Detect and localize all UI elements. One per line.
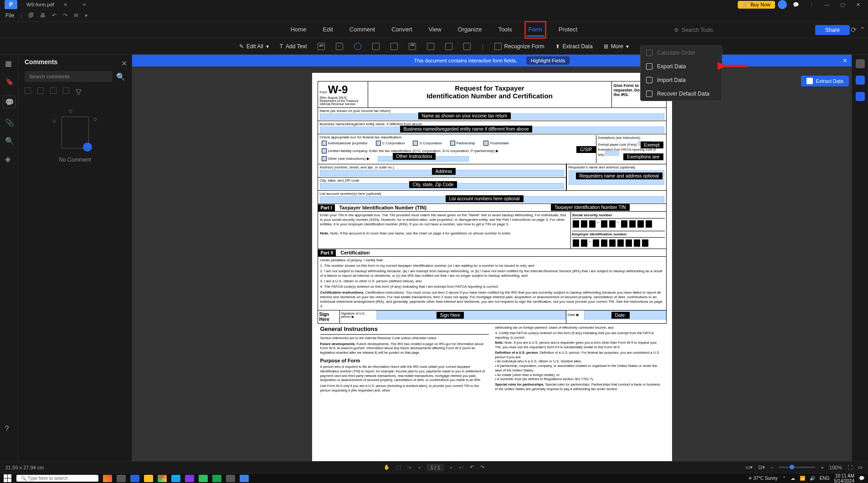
taskbar-taskview[interactable]: [117, 475, 126, 482]
button-tool[interactable]: OK: [409, 43, 416, 50]
zoom-in-icon[interactable]: +: [821, 465, 823, 470]
extract-data-float-button[interactable]: Extract Data: [801, 76, 849, 86]
redo-icon[interactable]: ↷: [63, 12, 67, 19]
cb-ccorp[interactable]: [376, 141, 381, 146]
ein-box[interactable]: [601, 239, 608, 247]
ssn-box[interactable]: [609, 220, 616, 228]
ein-box[interactable]: [617, 239, 624, 247]
save-icon[interactable]: 🗐: [28, 12, 34, 19]
dropdown-icon[interactable]: ▾: [85, 12, 87, 19]
tab-comment[interactable]: Comment: [348, 23, 377, 36]
layers-icon[interactable]: ◈: [5, 155, 13, 163]
tab-view[interactable]: View: [427, 23, 443, 36]
combo-tool[interactable]: [372, 43, 380, 50]
date-tool[interactable]: [463, 43, 471, 50]
mail-icon[interactable]: ✉: [74, 12, 78, 19]
kebab-menu-icon[interactable]: ⋮: [805, 0, 818, 9]
ssn-box[interactable]: [645, 220, 652, 228]
taskbar-premiere[interactable]: [185, 475, 194, 482]
undo-icon[interactable]: ↶: [52, 12, 56, 19]
right-tool-1[interactable]: [856, 59, 865, 68]
taskbar-app3[interactable]: [212, 475, 221, 482]
tab-protect[interactable]: Protect: [557, 23, 579, 36]
highlight-fields-button[interactable]: Highlight Fields: [526, 56, 570, 65]
search-tools[interactable]: ⚙Search Tools: [674, 27, 713, 33]
thumbnails-icon[interactable]: ▦: [5, 59, 13, 67]
text-field-tool[interactable]: ab: [318, 43, 325, 50]
taskbar-app[interactable]: [103, 475, 112, 482]
close-panel-icon[interactable]: ✕: [121, 59, 127, 68]
tray-lang[interactable]: ENG: [820, 476, 830, 481]
collapse-icon[interactable]: ⌃: [859, 25, 865, 34]
ein-box[interactable]: [633, 239, 641, 247]
recognize-form-button[interactable]: Recognize Form: [494, 43, 544, 50]
filter-icon-2[interactable]: [37, 87, 44, 94]
view-mode-icon[interactable]: ▭▾: [745, 464, 753, 470]
first-page-icon[interactable]: |◂: [407, 464, 411, 470]
select-tool-icon[interactable]: ⬚: [396, 464, 401, 470]
next-page-icon[interactable]: ▸: [450, 464, 453, 470]
tray-chevron[interactable]: ⌃: [782, 476, 786, 481]
comments-search[interactable]: Search comments: [25, 71, 113, 82]
taskbar-app2[interactable]: [199, 475, 208, 482]
taskbar-pdfelement[interactable]: [240, 475, 249, 482]
ein-box[interactable]: [625, 239, 632, 247]
extract-data-button[interactable]: ⬆Extract Data: [555, 43, 593, 50]
tab-home[interactable]: Home: [289, 23, 308, 36]
tray-notifications-icon[interactable]: 💬: [859, 476, 864, 481]
close-button[interactable]: ✕: [852, 0, 864, 9]
document-tab[interactable]: W9-form.pdf ✕: [21, 0, 76, 9]
attachments-icon[interactable]: 📎: [5, 118, 13, 127]
buy-now-button[interactable]: 🛒Buy Now: [738, 1, 775, 9]
tab-convert[interactable]: Convert: [390, 23, 414, 36]
ssn-box[interactable]: [572, 220, 580, 228]
filter-icon-1[interactable]: [25, 87, 31, 94]
tray-cloud-icon[interactable]: ☁: [791, 476, 795, 481]
edit-all-button[interactable]: ✎Edit All▾: [239, 43, 269, 50]
last-page-icon[interactable]: ▸|: [459, 464, 463, 470]
fullscreen-icon[interactable]: ⛶: [847, 465, 853, 470]
ssn-box[interactable]: [601, 220, 608, 228]
filter-icon-3[interactable]: [50, 87, 56, 94]
right-tool-3[interactable]: [856, 92, 865, 101]
print-icon[interactable]: 🖶: [40, 12, 46, 19]
ein-box[interactable]: [642, 239, 649, 247]
zoom-value[interactable]: 100%: [829, 465, 842, 470]
current-page[interactable]: 1: [431, 465, 433, 470]
cb-partner[interactable]: [450, 141, 455, 146]
image-tool[interactable]: [427, 43, 434, 50]
filter-icon-5[interactable]: ▽: [76, 87, 82, 94]
tray-clock[interactable]: 10:11 AM5/14/2024: [834, 473, 855, 483]
signature-field[interactable]: [376, 310, 566, 320]
maximize-button[interactable]: ▢: [836, 0, 849, 9]
taskbar-skype[interactable]: [171, 475, 180, 482]
minimize-button[interactable]: —: [821, 0, 833, 9]
tab-close-icon[interactable]: ✕: [63, 2, 67, 8]
filter-icon-4[interactable]: [63, 87, 69, 94]
comments-icon[interactable]: 💬: [3, 96, 15, 108]
tab-organize[interactable]: Organize: [456, 23, 484, 36]
zoom-slider[interactable]: [779, 467, 815, 468]
taskbar-word[interactable]: [130, 475, 139, 482]
cb-trust[interactable]: [483, 141, 488, 146]
zoom-thumb[interactable]: [790, 465, 794, 469]
weather-widget[interactable]: ☀ 37°C Sunny: [748, 476, 778, 481]
tab-tools[interactable]: Tools: [496, 23, 514, 36]
taskbar-app4[interactable]: [226, 475, 235, 482]
zoom-out-icon[interactable]: −: [770, 465, 773, 470]
ssn-box[interactable]: [589, 220, 596, 228]
cb-individual[interactable]: [322, 141, 327, 146]
more-button[interactable]: ⊞More▾: [604, 43, 629, 50]
messages-icon[interactable]: 💬: [790, 0, 802, 9]
menu-export-data[interactable]: Export Data: [641, 60, 722, 73]
tab-form[interactable]: Form: [527, 23, 544, 36]
radio-tool[interactable]: [354, 43, 361, 50]
cb-scorp[interactable]: [413, 141, 418, 146]
ein-box[interactable]: [572, 239, 580, 247]
read-mode-icon[interactable]: ▭: [858, 464, 863, 470]
share-button[interactable]: Share: [815, 25, 850, 35]
taskbar-explorer[interactable]: [144, 475, 153, 482]
list-tool[interactable]: [390, 43, 398, 50]
fatca-field[interactable]: [605, 151, 619, 156]
windows-search[interactable]: 🔍 Type here to search: [16, 475, 98, 482]
